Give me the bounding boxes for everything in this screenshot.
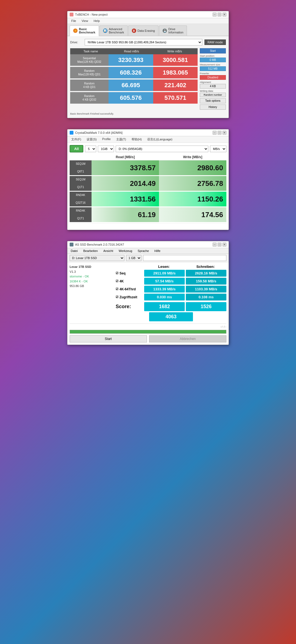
- maximize-button[interactable]: □: [218, 13, 221, 16]
- asssd-menu-0[interactable]: Datei: [70, 249, 79, 253]
- cdm-icon: [70, 131, 73, 135]
- cdm-label-seq1m-q1t1: SEQ1M Q1T1: [70, 176, 92, 191]
- cdm-menu-1[interactable]: 设置(S): [86, 137, 98, 142]
- raw-mode-button[interactable]: RAW mode: [204, 39, 226, 45]
- history-button[interactable]: History: [200, 104, 226, 110]
- asssd-date: --/--/--: [220, 325, 226, 328]
- asssd-read-seq: 2911.09 MB/s: [144, 270, 185, 277]
- asssd-maximize-button[interactable]: □: [218, 243, 221, 246]
- asssd-menu-2[interactable]: Ansicht: [102, 249, 114, 253]
- menu-file[interactable]: File: [70, 19, 77, 23]
- asssd-write-4k: 159.58 MB/s: [186, 278, 226, 285]
- bench-write-rand4kqd32: 570.571: [153, 92, 198, 104]
- asssd-menu-5[interactable]: Hilfe: [153, 249, 161, 253]
- seq-checkbox[interactable]: ☑: [116, 271, 118, 275]
- asssd-row-zugriffszeit: ☑ Zugriffszeit 0.030 ms 0.108 ms: [116, 294, 226, 300]
- minimize-button[interactable]: ─: [213, 13, 217, 16]
- measure-size-val: 512 MB: [200, 66, 226, 71]
- asssd-label-seq: ☑ Seq: [116, 271, 143, 275]
- cdm-menu-5[interactable]: 语言(L)(Language): [146, 137, 173, 142]
- asssd-output-field[interactable]: [143, 255, 226, 261]
- tab-basic-benchmark[interactable]: ⚡ BasicBenchmark: [70, 25, 99, 36]
- asssd-row-4k64thrd: ☑ 4K-64Thrd 1333.39 MB/s 1103.39 MB/s: [116, 286, 226, 293]
- asssd-write-zugriffszeit: 0.108 ms: [186, 294, 226, 300]
- 4k-checkbox[interactable]: ☑: [116, 279, 118, 283]
- cdm-menu-3[interactable]: 主题(T): [115, 137, 127, 142]
- asssd-menubar: Datei Bearbeiten Ansicht Werkzeug Sprach…: [67, 248, 229, 254]
- cdm-titlebar: CrystalDiskMark 7.0.0 x64 [ADMIN] ─ □ ✕: [67, 129, 229, 136]
- asssd-start-button[interactable]: Start: [70, 335, 147, 342]
- asssd-drive-line2: 16384 K - OK: [70, 279, 113, 284]
- bench-label-rand4k: Random4 KB QD1: [70, 80, 109, 91]
- crystaldiskmark-window: CrystalDiskMark 7.0.0 x64 [ADMIN] ─ □ ✕ …: [67, 129, 229, 230]
- tab-data-erasing[interactable]: 🗑 Data Erasing: [128, 25, 159, 36]
- tab-drive-information[interactable]: 💾 DriveInformation: [159, 25, 187, 36]
- asssd-score-label: Score:: [116, 304, 143, 310]
- cdm-row-seq1m-q8t1: SEQ1M Q8T1 3378.57 2980.60: [70, 160, 226, 175]
- start-button[interactable]: Start: [200, 48, 226, 53]
- cdm-size-select[interactable]: 1GiB: [98, 146, 114, 152]
- drive-select[interactable]: NVMe Lexar 1TB SSD 953.86 GB (2,000,409,…: [85, 39, 202, 46]
- txbench-tabs: ⚡ BasicBenchmark 📊 AdvancedBenchmark 🗑 D…: [67, 24, 229, 36]
- asssd-abort-button[interactable]: Abbrechen: [149, 335, 226, 342]
- bench-row-rand128: RandomMax(128 KB) QD1 608.326 1983.065: [70, 67, 198, 78]
- asssd-score-write: 1526: [186, 302, 226, 311]
- close-button[interactable]: ✕: [223, 13, 226, 16]
- txbench-content: Drive: NVMe Lexar 1TB SSD 953.86 GB (2,0…: [67, 36, 229, 118]
- asssd-row-4k: ☑ 4K 57.54 MB/s 159.58 MB/s: [116, 278, 226, 285]
- task-options-button[interactable]: Task options: [200, 98, 226, 103]
- tab-advanced-benchmark[interactable]: 📊 AdvancedBenchmark: [99, 25, 128, 36]
- txbench-status: Basic Benchmark Finished successfully.: [70, 112, 226, 115]
- asssd-col-read-header: Lesen:: [143, 265, 185, 269]
- start-pos-label: Start position:: [200, 55, 226, 57]
- bench-read-seq: 3230.393: [109, 54, 153, 66]
- cdm-label-rnd4k-q1t1: RND4K Q1T1: [70, 207, 92, 222]
- asssd-menu-4[interactable]: Sprache: [136, 249, 150, 253]
- bench-row-seq: SequentialMax(128 KB) QD32 3230.393 3000…: [70, 54, 198, 66]
- tab-data-label: Data Erasing: [138, 29, 155, 32]
- drive-selection-row: Drive: NVMe Lexar 1TB SSD 953.86 GB (2,0…: [70, 39, 226, 46]
- cdm-unit-select[interactable]: MB/s: [210, 146, 226, 152]
- cdm-menu-4[interactable]: 帮助(H): [130, 137, 143, 142]
- asssd-total-score: 4063: [116, 312, 226, 321]
- measure-size-label: Measurement size:: [200, 63, 226, 66]
- asssd-drive-select[interactable]: D: Lexar 1TB SSD: [70, 255, 124, 261]
- asssd-close-button[interactable]: ✕: [223, 243, 226, 246]
- cdm-maximize-button[interactable]: □: [218, 131, 221, 135]
- asssd-main: Lexar 1TB SSD V1.3 stornvme - OK 16384 K…: [70, 265, 226, 321]
- asssd-write-4k64thrd: 1103.39 MB/s: [186, 286, 226, 293]
- cdm-menu-2[interactable]: Profile: [101, 137, 112, 142]
- asssd-menu-1[interactable]: Bearbeiten: [82, 249, 99, 253]
- asssd-menu-3[interactable]: Werkzeug: [118, 249, 133, 253]
- cdm-row-seq1m-q1t1: SEQ1M Q1T1 2014.49 2756.78: [70, 176, 226, 191]
- asssd-col-spacer: [116, 265, 143, 269]
- cdm-close-button[interactable]: ✕: [223, 131, 226, 135]
- asssd-read-4k: 57.54 MB/s: [144, 278, 185, 285]
- asssd-minimize-button[interactable]: ─: [213, 243, 217, 246]
- cdm-minimize-button[interactable]: ─: [213, 131, 217, 135]
- cdm-label-seq1m-q8t1: SEQ1M Q8T1: [70, 160, 92, 175]
- menu-help[interactable]: Help: [92, 19, 101, 23]
- cdm-count-select[interactable]: 5: [85, 146, 96, 152]
- zugriffszeit-checkbox[interactable]: ☑: [116, 295, 118, 299]
- asssd-drive-name: Lexar 1TB SSD: [70, 265, 113, 269]
- menu-view[interactable]: View: [81, 19, 89, 23]
- asssd-title: AS SSD Benchmark 2.0.7316.34247: [75, 243, 124, 246]
- cdm-read-seq1m-q1t1: 2014.49: [92, 176, 159, 191]
- cdm-menubar: 文件(F) 设置(S) Profile 主题(T) 帮助(H) 语言(L)(La…: [67, 136, 229, 143]
- alignment-label: Alignment:: [200, 81, 226, 84]
- asssd-read-zugriffszeit: 0.030 ms: [144, 294, 185, 300]
- 4k64thrd-checkbox[interactable]: ☑: [116, 287, 118, 291]
- asssd-col-write-header: Schreiben:: [185, 265, 226, 269]
- txbench-title: TxBENCH - New project: [75, 13, 108, 16]
- cdm-col-label-spacer: [70, 155, 92, 159]
- cdm-drive-select[interactable]: D: 0% (0/954GiB): [116, 146, 208, 152]
- cdm-col-read-header: Read [MB/s]: [92, 155, 159, 159]
- txbench-titlebar: TxBENCH - New project ─ □ ✕: [67, 11, 229, 18]
- cdm-all-button[interactable]: All: [70, 145, 83, 152]
- benchmark-area: Task name Read mB/s Write mB/s Sequentia…: [70, 48, 226, 111]
- asssd-size-select[interactable]: 1 GB: [126, 255, 141, 261]
- drive-label: Drive:: [70, 41, 82, 44]
- cdm-menu-0[interactable]: 文件(F): [70, 137, 82, 142]
- cdm-title: CrystalDiskMark 7.0.0 x64 [ADMIN]: [75, 131, 123, 134]
